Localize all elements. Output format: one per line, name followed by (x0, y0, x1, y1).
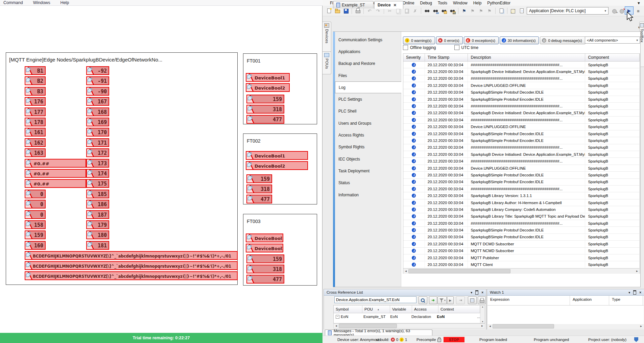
offline-logging-checkbox[interactable] (403, 45, 408, 50)
nav-item-plc-settings[interactable]: PLC Settings (335, 93, 401, 105)
menu-pythoneditor[interactable]: PythonEditor (487, 1, 510, 5)
cross-ref-goto-button[interactable]: ⇥ (456, 296, 465, 304)
column-header-severity[interactable]: Severity (403, 54, 425, 61)
device-value-tag[interactable]: 477 (246, 275, 284, 284)
table-row[interactable]: i20.12.2020 00:33:04####################… (403, 144, 640, 151)
scroll-left-icon[interactable]: ◄ (334, 323, 339, 328)
table-row[interactable]: i20.12.2020 00:33:04SparkplugB Device In… (403, 151, 640, 158)
collapse-icon[interactable]: − (336, 315, 339, 319)
scroll-left-icon[interactable]: ◄ (403, 269, 408, 274)
menu-help[interactable]: Help (60, 0, 69, 5)
mqtt-tag[interactable]: 162 (25, 138, 46, 147)
scroll-up-icon[interactable]: ▴ (482, 305, 483, 308)
panel-menu-icon[interactable]: ▾ (628, 291, 630, 294)
table-row[interactable]: i20.12.2020 00:33:04SparkplugB Library T… (403, 213, 640, 220)
column-header-expression[interactable]: Expression (487, 296, 570, 305)
watch-table-header[interactable]: ExpressionApplicationType (487, 296, 644, 305)
nav-item-status[interactable]: Status (335, 177, 401, 189)
new-file-button[interactable] (325, 7, 333, 15)
table-row[interactable]: i20.12.2020 00:33:04####################… (403, 103, 640, 109)
mqtt-tag[interactable]: 160 (25, 241, 46, 250)
menu-tools[interactable]: Tools (438, 1, 447, 5)
table-row[interactable]: i20.12.2020 00:33:04####################… (403, 62, 640, 68)
menu-debug[interactable]: Debug (420, 1, 432, 5)
errors-filter-button[interactable]: ✕0 error(s) (436, 36, 463, 44)
mqtt-tag[interactable]: #0.## (25, 169, 86, 178)
mqtt-tag[interactable]: 173 (86, 159, 109, 168)
panel-menu-icon[interactable]: ▾ (471, 291, 472, 294)
stop-button[interactable]: ■ (635, 7, 642, 15)
replace-in-project-button[interactable] (449, 7, 456, 15)
cross-ref-vertical-scrollbar[interactable]: ▴ ▾ (480, 305, 485, 323)
exceptions-filter-button[interactable]: E0 exception(s) (464, 36, 499, 44)
device-value-tag[interactable]: 159 (246, 254, 284, 263)
table-row[interactable]: i20.12.2020 00:33:04####################… (403, 220, 640, 227)
table-row[interactable]: i20.12.2020 00:33:04SparkplugB Library A… (403, 199, 640, 206)
column-header-pou[interactable]: POU▴ (362, 305, 390, 313)
nav-item-symbol-rights[interactable]: Symbol Rights (335, 141, 401, 153)
device-bool-tag[interactable]: DeviceBool1 (246, 234, 283, 242)
nav-item-applications[interactable]: Applications (335, 46, 401, 57)
messages-tab[interactable]: Messages - Total 1 error(s), 1 warning(s… (325, 329, 432, 336)
table-row[interactable]: i20.12.2020 00:33:04SparkplugBSimple Pro… (403, 137, 640, 144)
replace-button[interactable] (432, 7, 439, 15)
scroll-down-icon[interactable]: ▾ (482, 320, 483, 323)
cross-ref-next-button[interactable]: ▶ (447, 296, 454, 304)
mqtt-tag[interactable]: 172 (86, 148, 109, 157)
table-row[interactable]: i20.12.2020 00:33:04SparkplugBSimple Pro… (403, 130, 640, 137)
table-row[interactable]: i20.12.2020 00:33:04MQTT PublisherSparkp… (403, 254, 640, 261)
mqtt-tag[interactable]: B3 (25, 87, 46, 96)
mqtt-tag[interactable]: 0 (25, 200, 46, 209)
table-row[interactable]: i20.12.2020 00:33:04####################… (403, 158, 640, 165)
mqtt-tag[interactable]: B2 (25, 76, 46, 85)
menu-windows[interactable]: Windows (33, 0, 50, 5)
table-row[interactable]: i20.12.2020 00:33:04Device.UNPLUGGED.OFF… (403, 82, 640, 89)
mqtt-tag[interactable]: 185 (86, 190, 109, 198)
pin-icon[interactable] (475, 290, 478, 295)
mqtt-tag[interactable]: BCDEFGHIJKLMNOPQRSTUVWXYZ[\]^_`abcdefghi… (25, 261, 238, 270)
nav-item-iec-objects[interactable]: IEC Objects (335, 153, 401, 165)
table-row[interactable]: i20.12.2020 00:33:04SparkplugBSimple Pro… (403, 227, 640, 234)
mqtt-tag[interactable]: 170 (86, 128, 109, 137)
column-header-variable[interactable]: Variable (390, 305, 412, 313)
table-row[interactable]: i20.12.2020 00:33:04SparkplugB Library V… (403, 192, 640, 199)
table-row[interactable]: i20.12.2020 00:33:04####################… (403, 75, 640, 82)
sidebar-tab-pous[interactable]: POUs (323, 51, 331, 74)
nav-item-communication-settings[interactable]: Communication Settings (335, 34, 401, 46)
scroll-thumb[interactable] (493, 324, 554, 328)
information-filter-button[interactable]: i30 information(s) (500, 36, 539, 44)
device-value-tag[interactable]: 318 (246, 185, 272, 193)
mqtt-tag[interactable]: 181 (86, 241, 109, 250)
cross-ref-go-button[interactable]: ➔ (429, 296, 437, 304)
clear-bookmarks-button[interactable]: ⚑ (486, 7, 493, 15)
close-icon[interactable]: × (639, 291, 641, 294)
mqtt-tag[interactable]: 176 (25, 97, 46, 106)
mqtt-tag[interactable]: 161 (25, 128, 46, 137)
generate-code-button[interactable] (518, 7, 525, 15)
paste-button[interactable] (403, 7, 410, 15)
compare-button[interactable] (498, 7, 505, 15)
sidebar-tab-devices[interactable]: Devices (323, 22, 331, 52)
mqtt-tag[interactable]: 171 (86, 138, 109, 147)
scroll-left-icon[interactable]: ◄ (487, 324, 493, 329)
watch-titlebar[interactable]: Watch 1 ▾ × (487, 289, 644, 296)
mqtt-tag[interactable]: 180 (86, 230, 109, 239)
mqtt-tag[interactable]: 187 (86, 210, 109, 219)
menu-help[interactable]: Help (473, 1, 482, 5)
table-row[interactable]: i20.12.2020 00:33:04SparkplugBSimple Pro… (403, 89, 640, 96)
bookmark-button[interactable]: ⚑ (460, 7, 468, 15)
mqtt-tag[interactable]: 167 (86, 97, 109, 106)
cross-reference-titlebar[interactable]: Cross Reference List ▾ × (324, 289, 486, 296)
column-header-context[interactable]: Context (438, 305, 480, 313)
menu-command[interactable]: Command (3, 0, 23, 5)
table-row[interactable]: i20.12.2020 00:33:04SparkplugBSimple Pro… (403, 234, 640, 241)
cross-ref-search-button[interactable] (419, 296, 427, 304)
mqtt-tag[interactable]: BCDEFGHIJKLMNOPQRSTUVWXYZ[\]^_`abcdefghi… (25, 271, 238, 280)
find-in-project-button[interactable] (440, 7, 448, 15)
component-filter-combo[interactable]: <All components> ▾ (585, 36, 640, 44)
device-value-tag[interactable]: 477 (246, 115, 284, 124)
device-bool-tag[interactable]: DeviceBool1 (246, 73, 290, 82)
scroll-thumb[interactable] (408, 269, 510, 273)
table-row[interactable]: i20.12.2020 00:33:04SparkplugB Device In… (403, 68, 640, 75)
nav-item-backup-and-restore[interactable]: Backup and Restore (335, 58, 401, 70)
